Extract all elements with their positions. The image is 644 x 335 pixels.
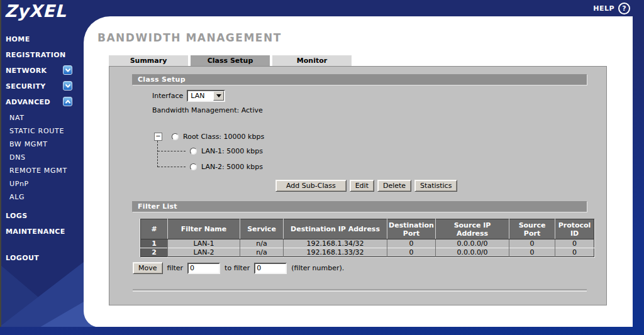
tree-child-label: LAN-1: 5000 kbps	[201, 147, 263, 155]
sidebar-item-label: UPnP	[9, 180, 29, 188]
root-class-radio[interactable]	[172, 133, 179, 140]
tree-branch-line	[158, 151, 186, 151]
filter-list-section-header: Filter List	[132, 201, 587, 212]
sidebar-item-label: REMOTE MGMT	[9, 167, 67, 175]
sidebar-item-maintenance[interactable]: MAINTENANCE	[1, 228, 84, 243]
lan-1-radio[interactable]	[190, 148, 197, 155]
table-cell: 0	[387, 248, 436, 257]
class-setup-section-header: Class Setup	[132, 74, 587, 85]
move-from-input[interactable]	[187, 263, 220, 274]
sidebar-item-dns[interactable]: DNS	[1, 153, 84, 167]
sidebar-item-label: HOME	[6, 35, 30, 43]
table-cell: 0.0.0.0/0	[436, 248, 509, 257]
tab-monitor[interactable]: Monitor	[272, 55, 352, 66]
table-cell: 0	[387, 239, 436, 248]
filter-label: filter	[167, 264, 184, 272]
help-label: HELP	[593, 4, 614, 13]
sidebar-item-label: MAINTENANCE	[6, 228, 65, 236]
page-title: BANDWIDTH MANAGEMENT	[97, 31, 282, 44]
to-filter-label: to filter	[225, 264, 250, 272]
sidebar-item-nat[interactable]: NAT	[1, 114, 84, 127]
move-button[interactable]: Move	[133, 262, 163, 274]
interface-select[interactable]: LAN	[187, 90, 225, 102]
column-header-filter-name: Filter Name	[168, 219, 240, 239]
tab-class-setup[interactable]: Class Setup	[191, 55, 270, 66]
table-cell: 192.168.1.33/32	[284, 248, 387, 257]
class-setup-panel: Class Setup Interface LAN Bandwidth Mana…	[109, 66, 607, 305]
chevron-down-icon[interactable]	[63, 65, 72, 75]
column-header-service: Service	[240, 219, 284, 239]
edit-button[interactable]: Edit	[350, 180, 374, 192]
table-cell: 192.168.1.34/32	[284, 239, 387, 248]
sidebar-item-logout[interactable]: LOGOUT	[1, 254, 84, 270]
sidebar-item-alg[interactable]: ALG	[1, 193, 84, 206]
sidebar-item-advanced[interactable]: ADVANCED	[1, 98, 84, 114]
tree-child-row: LAN-1: 5000 kbps	[154, 143, 264, 159]
right-frame-strip	[633, 0, 644, 335]
sidebar-item-label: NAT	[9, 114, 25, 122]
column-header-destination-ip-address: Destination IP Address	[284, 219, 387, 239]
chevron-up-icon[interactable]	[63, 97, 72, 106]
tree-child-row: LAN-2: 5000 kbps	[154, 159, 264, 175]
collapse-icon[interactable]: −	[154, 133, 162, 141]
column-header-number: #	[141, 219, 168, 239]
move-filter-row: Move filter to filter (filter number).	[133, 262, 344, 274]
statistics-button[interactable]: Statistics	[414, 180, 457, 192]
bottom-frame-strip	[0, 327, 644, 335]
column-header-source-port: Source Port	[509, 219, 555, 239]
select-dropdown-button[interactable]	[213, 91, 224, 101]
delete-button[interactable]: Delete	[377, 180, 411, 192]
sidebar-item-label: BW MGMT	[9, 140, 48, 148]
tree-root-row: − Root Class: 10000 kbps	[154, 129, 264, 143]
table-cell: n/a	[240, 239, 284, 248]
sidebar-item-label: REGISTRATION	[6, 51, 66, 59]
tree-child-label: LAN-2: 5000 kbps	[201, 163, 263, 171]
table-cell: 0	[509, 239, 555, 248]
table-cell: LAN-1	[168, 239, 240, 248]
sidebar-item-static-route[interactable]: STATIC ROUTE	[1, 127, 84, 140]
sidebar-item-network[interactable]: NETWORK	[1, 67, 84, 82]
column-header-protocol-id: Protocol ID	[555, 219, 594, 239]
interface-label: Interface	[152, 92, 183, 100]
tree-branch-line	[158, 167, 186, 167]
sidebar-nav: HOMEREGISTRATIONNETWORKSECURITYADVANCEDN…	[1, 35, 84, 270]
sidebar-item-bw-mgmt[interactable]: BW MGMT	[1, 140, 84, 153]
sidebar-item-home[interactable]: HOME	[1, 35, 84, 51]
sidebar-item-label: ALG	[9, 193, 25, 201]
dropdown-arrow-icon	[216, 94, 221, 97]
lan-2-radio[interactable]	[190, 163, 197, 170]
sidebar-item-label: LOGOUT	[6, 254, 39, 262]
sidebar-item-security[interactable]: SECURITY	[1, 82, 84, 98]
add-sub-class-button[interactable]: Add Sub-Class	[275, 180, 347, 192]
chevron-down-icon[interactable]	[63, 81, 72, 91]
interface-row: Interface LAN	[152, 90, 225, 102]
sidebar-item-label: LOGS	[6, 212, 28, 220]
filter-number-hint: (filter number).	[291, 264, 344, 272]
root-class-label: Root Class: 10000 kbps	[183, 133, 264, 141]
row-number-cell: 1	[141, 239, 168, 248]
sidebar-item-label: STATIC ROUTE	[9, 127, 64, 135]
sidebar-item-logs[interactable]: LOGS	[1, 212, 84, 228]
move-to-input[interactable]	[254, 263, 287, 274]
table-cell: 0	[555, 239, 594, 248]
bandwidth-management-screen: BANDWIDTH MANAGEMENT SummaryClass SetupM…	[0, 0, 644, 335]
sidebar-item-upnp[interactable]: UPnP	[1, 180, 84, 193]
sidebar-item-label: SECURITY	[6, 82, 46, 91]
class-tree: − Root Class: 10000 kbps LAN-1: 5000 kbp…	[154, 129, 264, 175]
table-cell: n/a	[240, 248, 284, 257]
sidebar-item-registration[interactable]: REGISTRATION	[1, 51, 84, 67]
tab-summary[interactable]: Summary	[109, 55, 188, 66]
help-button[interactable]: HELP ?	[593, 3, 630, 14]
help-question-icon: ?	[618, 3, 630, 14]
sidebar-item-remote-mgmt[interactable]: REMOTE MGMT	[1, 167, 84, 180]
table-cell: LAN-2	[168, 248, 240, 257]
table-cell: 0	[555, 248, 594, 257]
bandwidth-status-text: Bandwidth Management: Active	[152, 106, 263, 114]
interface-select-value: LAN	[188, 91, 213, 101]
sidebar-item-label: DNS	[9, 153, 26, 162]
row-number-cell: 2	[141, 248, 168, 257]
filter-table: #Filter NameServiceDestination IP Addres…	[140, 219, 594, 257]
table-cell: 0	[509, 248, 555, 257]
zyxel-logo: ZyXEL	[4, 1, 67, 21]
table-cell: 0.0.0.0/0	[436, 239, 509, 248]
